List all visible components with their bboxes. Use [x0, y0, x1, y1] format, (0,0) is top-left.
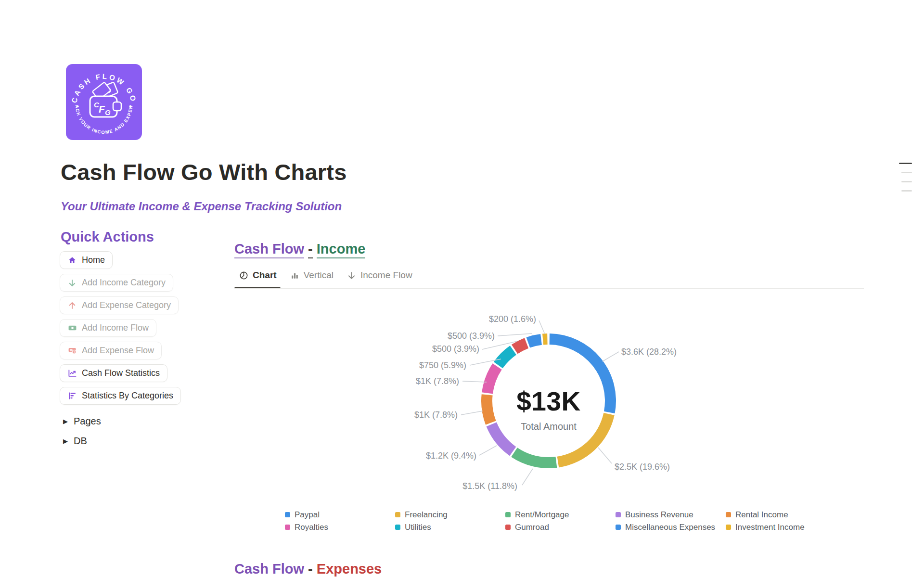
legend-label: Paypal	[295, 510, 320, 520]
donut-slice-miscellaneous-expenses[interactable]	[526, 334, 542, 348]
legend-swatch	[505, 525, 511, 530]
legend-label: Rent/Mortgage	[515, 510, 569, 520]
statistics-by-categories-button[interactable]: Statistics By Categories	[60, 387, 181, 405]
add-expense-category-button[interactable]: Add Expense Category	[60, 296, 179, 314]
legend-item-investment-income[interactable]: Investment Income	[726, 522, 836, 533]
donut-slice-freelancing[interactable]	[557, 413, 615, 467]
cash-flow-go-logo-icon: CASH FLOW GO TRACK YOUR INCOME AND EXPEN…	[66, 64, 142, 140]
legend-swatch	[726, 512, 731, 517]
legend-label: Miscellaneous Expenses	[625, 523, 715, 532]
toc-line[interactable]	[901, 172, 912, 173]
triangle-right-icon[interactable]: ▶	[63, 437, 68, 445]
donut-slice-utilities[interactable]	[494, 346, 516, 368]
donut-slice-paypal[interactable]	[550, 333, 616, 413]
svg-text:F: F	[99, 103, 105, 115]
slice-callout: $1K (7.8%)	[416, 376, 459, 386]
page-title: Cash Flow Go With Charts	[61, 159, 347, 185]
legend-item-miscellaneous-expenses[interactable]: Miscellaneous Expenses	[616, 522, 726, 533]
slice-callout: $1.5K (11.8%)	[462, 481, 517, 491]
tab-vertical[interactable]: Vertical	[290, 270, 334, 281]
callout-line	[479, 446, 497, 455]
legend-label: Gumroad	[515, 523, 549, 532]
legend-item-rent-mortgage[interactable]: Rent/Mortgage	[505, 509, 616, 520]
toc-line[interactable]	[899, 163, 912, 164]
pie-chart-icon	[239, 271, 248, 280]
legend-swatch	[616, 525, 621, 530]
legend-swatch	[616, 512, 621, 517]
home-icon	[67, 256, 77, 265]
heading-cash-flow-link[interactable]: Cash Flow	[234, 561, 304, 577]
view-tabs: Chart Vertical Income Flow	[239, 270, 412, 281]
toc-line[interactable]	[901, 181, 912, 182]
page-subtitle: Your Ultimate Income & Expense Tracking …	[61, 200, 342, 213]
callout-line	[462, 381, 487, 382]
add-income-category-button[interactable]: Add Income Category	[60, 274, 173, 292]
arrow-up-icon	[67, 301, 77, 310]
legend-item-paypal[interactable]: Paypal	[285, 509, 395, 520]
add-expense-flow-button[interactable]: Add Expense Flow	[60, 342, 162, 359]
bar-chart-horizontal-icon	[67, 391, 77, 401]
legend-swatch	[505, 512, 511, 517]
legend-item-gumroad[interactable]: Gumroad	[505, 522, 616, 533]
donut-slice-royalties[interactable]	[482, 363, 502, 394]
legend-label: Business Revenue	[625, 510, 693, 520]
slice-callout: $1K (7.8%)	[414, 410, 458, 420]
statistics-by-categories-label: Statistics By Categories	[82, 391, 173, 401]
slice-callout: $200 (1.6%)	[489, 314, 536, 324]
income-section-heading: Cash Flow - Income	[234, 241, 365, 257]
db-label: DB	[74, 436, 87, 447]
heading-expenses-link[interactable]: Expenses	[317, 561, 382, 577]
home-button[interactable]: Home	[60, 251, 113, 269]
line-chart-icon	[67, 369, 77, 378]
heading-cash-flow-link[interactable]: Cash Flow	[234, 241, 304, 258]
add-expense-category-label: Add Expense Category	[82, 300, 171, 310]
bar-chart-vertical-icon	[290, 271, 299, 280]
legend-item-rental-income[interactable]: Rental Income	[726, 509, 836, 520]
legend-swatch	[285, 525, 290, 530]
tab-income-flow[interactable]: Income Flow	[347, 270, 412, 281]
cash-flow-statistics-button[interactable]: Cash Flow Statistics	[60, 364, 167, 382]
quick-actions-list: Home Add Income Category Add Expense Cat…	[60, 251, 181, 405]
toc-line[interactable]	[901, 190, 912, 192]
callout-line	[461, 411, 483, 415]
pages-label: Pages	[74, 416, 101, 427]
svg-text:G: G	[105, 108, 111, 116]
donut-slice-business-revenue[interactable]	[487, 423, 516, 456]
slice-callout: $500 (3.9%)	[432, 344, 479, 354]
donut-slice-gumroad[interactable]	[512, 338, 528, 354]
add-expense-flow-label: Add Expense Flow	[82, 346, 154, 356]
slice-callout: $500 (3.9%)	[448, 331, 495, 341]
legend-swatch	[285, 512, 290, 517]
legend-item-business-revenue[interactable]: Business Revenue	[616, 509, 726, 520]
legend-item-royalties[interactable]: Royalties	[285, 522, 395, 533]
chart-legend: PaypalFreelancingRent/MortgageBusiness R…	[285, 509, 836, 533]
tabs-divider	[234, 288, 864, 289]
sidebar-item-pages[interactable]: ▶ Pages	[63, 416, 101, 427]
legend-label: Royalties	[295, 523, 328, 532]
legend-label: Investment Income	[735, 523, 805, 532]
sidebar-item-db[interactable]: ▶ DB	[63, 436, 87, 447]
callout-line	[539, 321, 545, 334]
cash-flow-statistics-label: Cash Flow Statistics	[82, 368, 160, 378]
donut-slice-rent-mortgage[interactable]	[511, 448, 557, 468]
home-button-label: Home	[82, 255, 105, 265]
triangle-right-icon[interactable]: ▶	[63, 418, 68, 425]
page-logo[interactable]: CASH FLOW GO TRACK YOUR INCOME AND EXPEN…	[66, 64, 142, 140]
callout-line	[598, 448, 612, 463]
slice-callout: $1.2K (9.4%)	[426, 451, 476, 461]
banknote-icon	[67, 323, 77, 333]
donut-slice-rental-income[interactable]	[481, 394, 496, 425]
add-income-category-label: Add Income Category	[82, 278, 166, 288]
heading-income-link[interactable]: Income	[317, 241, 366, 258]
add-income-flow-button[interactable]: Add Income Flow	[60, 319, 156, 337]
legend-label: Utilities	[405, 523, 431, 532]
donut-slice-investment-income[interactable]	[542, 333, 548, 345]
tab-chart[interactable]: Chart	[239, 270, 277, 281]
income-donut-chart: $3.6K (28.2%)$2.5K (19.6%)$1.5K (11.8%)$…	[414, 303, 683, 510]
legend-item-freelancing[interactable]: Freelancing	[395, 509, 505, 520]
slice-callout: $750 (5.9%)	[419, 360, 466, 370]
legend-swatch	[395, 525, 400, 530]
legend-item-utilities[interactable]: Utilities	[395, 522, 505, 533]
banknote-clock-icon	[67, 346, 77, 356]
quick-actions-heading: Quick Actions	[61, 229, 154, 245]
